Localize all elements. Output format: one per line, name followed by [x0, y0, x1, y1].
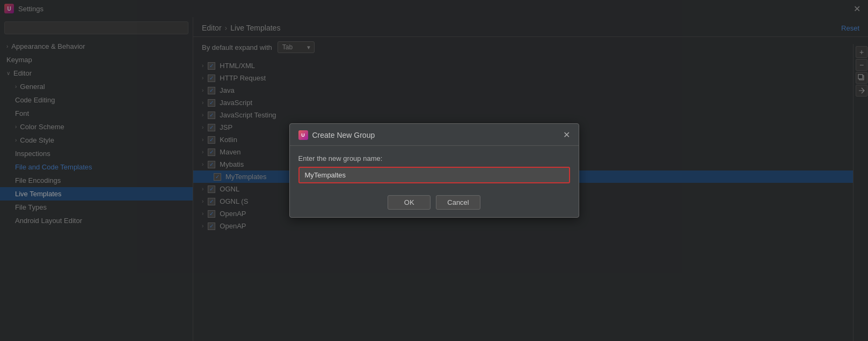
- dialog-body: Enter the new group name:: [290, 146, 579, 190]
- dialog-title-row: U Create New Group: [298, 130, 375, 140]
- dialog-overlay: U Create New Group ✕ Enter the new group…: [0, 0, 868, 341]
- dialog-title: Create New Group: [312, 131, 375, 139]
- dialog-header: U Create New Group ✕: [290, 124, 579, 146]
- create-group-dialog: U Create New Group ✕ Enter the new group…: [289, 123, 579, 218]
- dialog-footer: OK Cancel: [290, 190, 579, 217]
- dialog-input-label: Enter the new group name:: [298, 154, 570, 162]
- ok-button[interactable]: OK: [388, 195, 431, 210]
- dialog-close-button[interactable]: ✕: [563, 131, 570, 139]
- group-name-input[interactable]: [298, 167, 570, 183]
- cancel-button[interactable]: Cancel: [436, 195, 480, 210]
- dialog-app-icon: U: [298, 130, 308, 140]
